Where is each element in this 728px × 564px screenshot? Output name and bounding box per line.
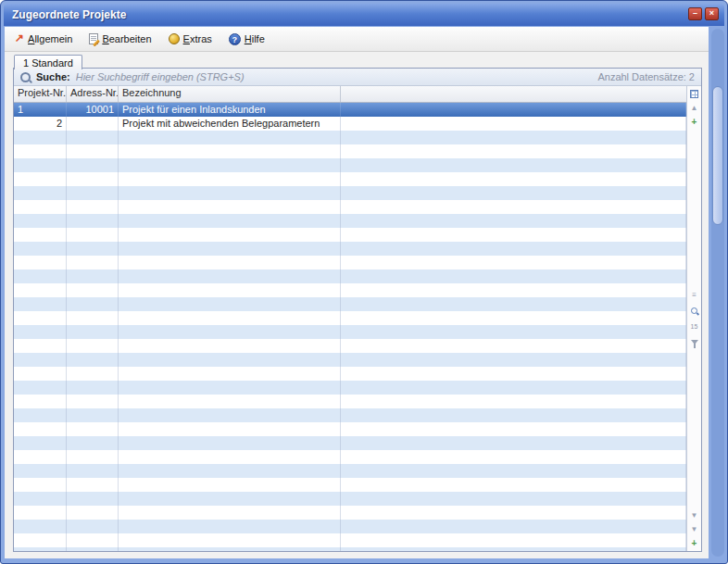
table-cell[interactable] xyxy=(67,450,119,464)
table-cell[interactable] xyxy=(14,506,67,520)
table-cell[interactable] xyxy=(341,269,686,283)
table-row[interactable] xyxy=(14,520,686,533)
table-cell[interactable] xyxy=(341,242,686,256)
table-row[interactable]: 110001Projekt für einen Inlandskunden xyxy=(14,103,686,117)
table-row[interactable] xyxy=(14,533,686,547)
table-cell[interactable] xyxy=(14,547,67,551)
column-header-adress-nr[interactable]: Adress-Nr. xyxy=(67,86,119,102)
table-cell[interactable] xyxy=(119,478,341,492)
table-cell[interactable] xyxy=(119,228,341,242)
table-cell[interactable] xyxy=(119,172,341,186)
table-row[interactable] xyxy=(14,381,686,395)
table-cell[interactable] xyxy=(341,186,686,200)
goto-record-icon[interactable]: 15 xyxy=(688,320,700,332)
table-cell[interactable] xyxy=(14,242,67,256)
table-cell[interactable] xyxy=(67,422,119,436)
table-cell[interactable] xyxy=(341,214,686,228)
table-cell[interactable] xyxy=(119,256,341,269)
table-cell[interactable] xyxy=(14,269,67,283)
table-cell[interactable] xyxy=(67,464,119,478)
table-cell[interactable] xyxy=(14,408,67,422)
zoom-icon[interactable] xyxy=(688,305,700,317)
table-row[interactable] xyxy=(14,297,686,311)
table-cell[interactable] xyxy=(67,311,119,325)
last-record-icon[interactable]: ▼ xyxy=(688,523,700,535)
table-cell[interactable] xyxy=(341,117,686,131)
table-row[interactable] xyxy=(14,395,686,408)
table-cell[interactable] xyxy=(341,131,686,144)
table-cell[interactable]: Projekt für einen Inlandskunden xyxy=(119,103,341,117)
table-row[interactable] xyxy=(14,339,686,353)
table-row[interactable] xyxy=(14,311,686,325)
table-cell[interactable] xyxy=(341,381,686,395)
table-cell[interactable] xyxy=(119,158,341,172)
table-cell[interactable] xyxy=(14,492,67,506)
table-cell[interactable] xyxy=(67,158,119,172)
table-cell[interactable] xyxy=(119,547,341,551)
minimize-button[interactable]: – xyxy=(688,7,702,20)
table-cell[interactable] xyxy=(14,297,67,311)
table-cell[interactable] xyxy=(14,381,67,395)
table-cell[interactable] xyxy=(14,214,67,228)
table-cell[interactable] xyxy=(14,186,67,200)
table-cell[interactable] xyxy=(14,228,67,242)
vertical-scrollbar[interactable] xyxy=(711,29,724,557)
table-cell[interactable] xyxy=(67,269,119,283)
table-cell[interactable] xyxy=(67,367,119,381)
table-cell[interactable] xyxy=(14,520,67,533)
table-cell[interactable] xyxy=(119,339,341,353)
table-cell[interactable] xyxy=(119,422,341,436)
table-cell[interactable] xyxy=(119,506,341,520)
table-cell[interactable] xyxy=(341,367,686,381)
table-cell[interactable] xyxy=(119,408,341,422)
table-cell[interactable] xyxy=(119,144,341,158)
table-cell[interactable] xyxy=(119,353,341,367)
table-cell[interactable] xyxy=(341,408,686,422)
table-cell[interactable] xyxy=(119,311,341,325)
table-row[interactable] xyxy=(14,186,686,200)
pin-bottom-icon[interactable]: + xyxy=(688,537,700,549)
close-button[interactable]: × xyxy=(705,7,719,20)
column-header-projekt-nr[interactable]: Projekt-Nr. xyxy=(14,86,67,102)
table-row[interactable] xyxy=(14,242,686,256)
filter-icon[interactable] xyxy=(688,336,700,348)
table-cell[interactable] xyxy=(14,395,67,408)
table-cell[interactable] xyxy=(67,117,119,131)
table-cell[interactable] xyxy=(341,311,686,325)
table-row[interactable] xyxy=(14,464,686,478)
table-row[interactable] xyxy=(14,353,686,367)
table-cell[interactable] xyxy=(67,436,119,450)
table-cell[interactable] xyxy=(67,506,119,520)
table-cell[interactable] xyxy=(341,422,686,436)
table-cell[interactable] xyxy=(14,311,67,325)
table-cell[interactable] xyxy=(67,478,119,492)
table-row[interactable] xyxy=(14,256,686,269)
table-cell[interactable] xyxy=(119,381,341,395)
table-cell[interactable] xyxy=(67,395,119,408)
table-cell[interactable] xyxy=(119,297,341,311)
table-row[interactable] xyxy=(14,450,686,464)
table-cell[interactable] xyxy=(341,325,686,339)
table-cell[interactable] xyxy=(341,533,686,547)
table-cell[interactable] xyxy=(14,464,67,478)
table-cell[interactable] xyxy=(67,325,119,339)
table-cell[interactable] xyxy=(119,464,341,478)
table-cell[interactable] xyxy=(14,353,67,367)
table-cell[interactable] xyxy=(14,158,67,172)
table-row[interactable]: 2Projekt mit abweichenden Belegparameter… xyxy=(14,117,686,131)
table-cell[interactable] xyxy=(341,520,686,533)
table-cell[interactable] xyxy=(119,520,341,533)
table-cell[interactable] xyxy=(341,506,686,520)
table-row[interactable] xyxy=(14,506,686,520)
table-cell[interactable] xyxy=(67,144,119,158)
table-cell[interactable] xyxy=(14,172,67,186)
table-row[interactable] xyxy=(14,172,686,186)
table-cell[interactable] xyxy=(341,353,686,367)
table-cell[interactable] xyxy=(67,547,119,551)
table-row[interactable] xyxy=(14,325,686,339)
table-cell[interactable] xyxy=(119,325,341,339)
table-cell[interactable] xyxy=(341,492,686,506)
table-row[interactable] xyxy=(14,131,686,144)
table-cell[interactable] xyxy=(119,186,341,200)
table-row[interactable] xyxy=(14,283,686,297)
